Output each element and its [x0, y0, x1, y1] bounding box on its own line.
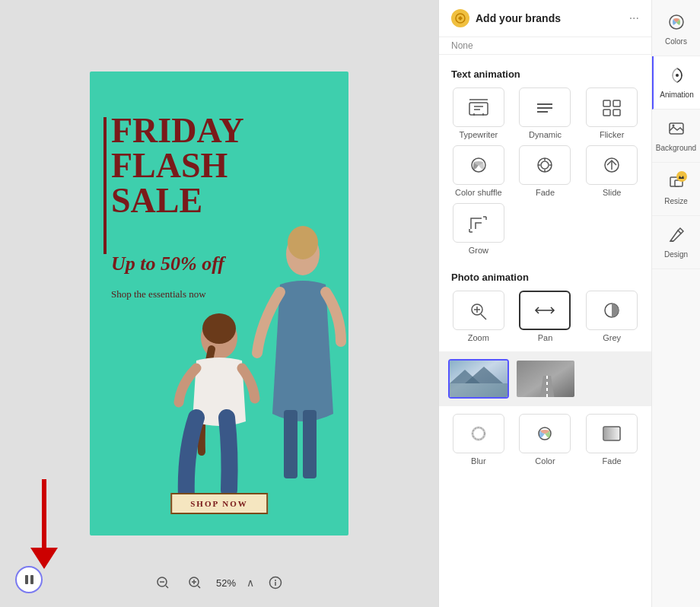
anim-fade[interactable]: Fade	[515, 145, 576, 197]
blur-icon-box	[453, 414, 504, 453]
color-label: Color	[535, 456, 555, 466]
svg-point-56	[473, 427, 485, 440]
anim-blur[interactable]: Blur	[448, 414, 509, 466]
sidebar-item-resize[interactable]: Resize	[652, 163, 701, 216]
resize-crown-badge	[667, 173, 686, 195]
background-label: Background	[656, 144, 696, 152]
info-button[interactable]	[265, 572, 286, 593]
photo-anim-grid: Zoom Pan	[439, 291, 651, 342]
sidebar-icons: Colors Animation Background	[651, 0, 700, 607]
anim-color[interactable]: Color	[515, 414, 576, 466]
anim-fade-effect[interactable]: Fade	[581, 414, 642, 466]
brand-icon	[451, 9, 469, 27]
colors-label: Colors	[665, 37, 687, 46]
animation-label: Animation	[660, 91, 693, 99]
svg-rect-60	[603, 427, 620, 440]
color-shuffle-icon-box	[453, 145, 504, 185]
text-animation-title: Text animation	[439, 64, 651, 87]
grey-label: Grey	[603, 333, 621, 342]
fade-effect-icon-box	[586, 414, 638, 453]
resize-label: Resize	[664, 197, 688, 205]
text-animation-grid: Typewriter Dynamic	[439, 87, 651, 255]
pan-icon-box	[519, 291, 571, 330]
svg-point-1	[288, 226, 318, 259]
color-icon-box	[519, 414, 571, 453]
anim-flicker[interactable]: Flicker	[581, 87, 642, 139]
sidebar-item-background[interactable]: Background	[652, 110, 701, 163]
slide-icon-box	[586, 145, 638, 185]
grow-label: Grow	[469, 246, 488, 255]
brand-more-button[interactable]: ···	[629, 11, 639, 25]
anim-zoom[interactable]: Zoom	[448, 291, 509, 342]
poster-canvas[interactable]: FRIDAY FLASH SALE Up to 50% off Shop the…	[90, 72, 348, 535]
background-icon	[667, 119, 686, 141]
zoom-label: Zoom	[468, 333, 489, 342]
crown-icon	[676, 171, 687, 182]
design-label: Design	[664, 250, 688, 259]
grow-icon-box	[453, 203, 504, 243]
pause-button[interactable]	[15, 566, 43, 593]
poster-content: FRIDAY FLASH SALE Up to 50% off Shop the…	[90, 72, 348, 535]
svg-point-32	[541, 161, 549, 169]
blur-label: Blur	[471, 456, 486, 466]
svg-line-12	[198, 586, 200, 588]
poster-desc: Shop the essentials now	[111, 288, 206, 300]
zoom-out-button[interactable]	[152, 572, 173, 593]
person-sitting	[170, 300, 284, 505]
slide-label: Slide	[603, 188, 621, 197]
photo-thumb-2[interactable]	[515, 359, 576, 399]
red-arrow	[30, 479, 58, 569]
flicker-icon-box	[586, 87, 638, 127]
right-panel: Add your brands ··· None Text animation	[438, 0, 651, 607]
fade-icon-box	[519, 145, 571, 185]
dynamic-label: Dynamic	[529, 130, 562, 139]
photo-thumb-1[interactable]	[448, 359, 509, 399]
flicker-label: Flicker	[600, 130, 624, 139]
anim-color-shuffle[interactable]: Color shuffle	[448, 145, 509, 197]
anim-grey[interactable]: Grey	[581, 291, 642, 342]
grey-icon-box	[586, 291, 638, 330]
sidebar-item-animation[interactable]: Animation	[652, 56, 701, 110]
sidebar-item-design[interactable]: Design	[652, 216, 701, 269]
fade-effect-label: Fade	[603, 456, 622, 466]
svg-rect-2	[284, 410, 298, 478]
svg-rect-26	[603, 100, 610, 106]
anim-dynamic[interactable]: Dynamic	[515, 87, 576, 139]
anim-grow[interactable]: Grow	[448, 203, 509, 255]
zoom-icon-box	[453, 291, 504, 330]
brand-header: Add your brands ···	[439, 0, 651, 37]
dynamic-icon-box	[519, 87, 571, 127]
none-label: None	[439, 37, 651, 55]
svg-rect-28	[603, 110, 610, 116]
anim-pan[interactable]: Pan	[515, 291, 576, 342]
typewriter-label: Typewriter	[459, 130, 498, 139]
anim-typewriter[interactable]: Typewriter	[448, 87, 509, 139]
zoom-up-button[interactable]: ∧	[247, 577, 254, 589]
animation-icon	[668, 66, 686, 88]
design-icon	[667, 226, 686, 248]
svg-point-62	[676, 74, 679, 77]
anim-slide[interactable]: Slide	[581, 145, 642, 197]
fade-label: Fade	[536, 188, 555, 197]
zoom-in-button[interactable]	[184, 572, 205, 593]
svg-point-64	[672, 125, 674, 127]
photo-thumbnails	[439, 351, 651, 406]
svg-rect-29	[613, 110, 620, 116]
sidebar-item-colors[interactable]: Colors	[652, 3, 701, 56]
brand-header-left: Add your brands	[451, 9, 561, 27]
colors-icon	[667, 13, 686, 35]
canvas-wrapper: FRIDAY FLASH SALE Up to 50% off Shop the…	[90, 72, 348, 535]
svg-line-8	[166, 586, 168, 588]
svg-rect-27	[613, 100, 620, 106]
brand-title: Add your brands	[476, 12, 561, 24]
poster-left-bar	[103, 117, 107, 254]
svg-point-5	[202, 313, 236, 344]
photo-animation-title: Photo animation	[439, 264, 651, 291]
poster-subtitle: Up to 50% off	[111, 253, 224, 275]
panel-scroll[interactable]: Text animation Typewriter	[439, 55, 651, 607]
pan-label: Pan	[538, 333, 553, 342]
svg-line-46	[481, 314, 486, 319]
poster-shop-button[interactable]: SHOP NOW	[170, 493, 268, 514]
svg-rect-3	[303, 410, 317, 478]
typewriter-icon-box	[453, 87, 504, 127]
